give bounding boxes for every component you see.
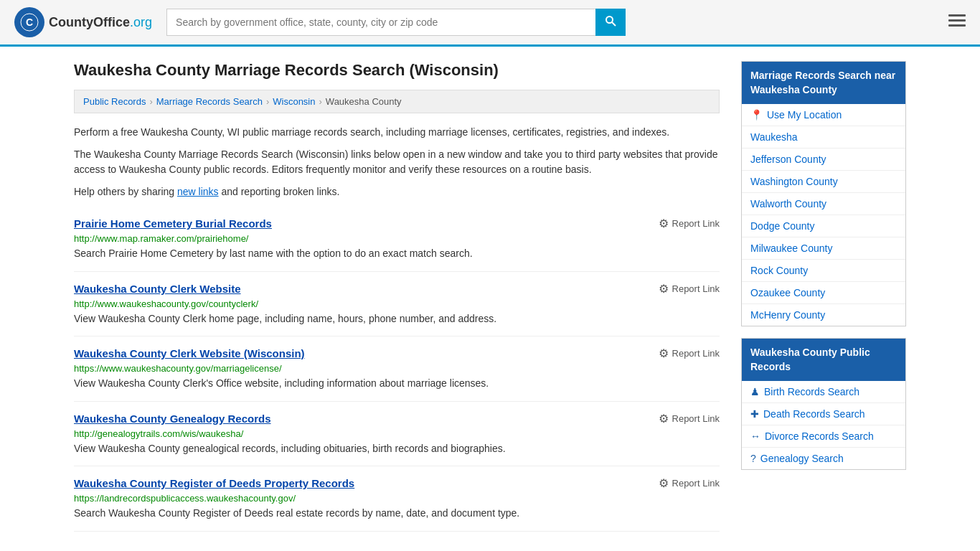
jefferson-county-link[interactable]: Jefferson County [750,154,826,165]
list-item: Rock County [742,260,905,282]
mchenry-county-link[interactable]: McHenry County [750,309,825,321]
report-icon: ⚙ [659,282,669,296]
breadcrumb-marriage-records[interactable]: Marriage Records Search [156,96,263,107]
logo-icon: C [14,7,44,37]
list-item: ♟ Birth Records Search [742,381,905,403]
result-desc: View Waukesha County Clerk's Office webs… [74,377,720,391]
result-title[interactable]: Prairie Home Cemetery Burial Records [74,217,272,230]
result-item: Waukesha County Genealogy Records ⚙ Repo… [74,402,720,467]
result-title[interactable]: Waukesha County Genealogy Records [74,413,271,425]
result-header: Waukesha County Genealogy Records ⚙ Repo… [74,412,720,425]
logo-text: CountyOffice.org [49,15,152,30]
search-bar [166,9,626,36]
breadcrumb-sep-2: › [266,96,269,107]
result-url: https://www.waukeshacounty.gov/marriagel… [74,363,720,374]
main-container: Waukesha County Marriage Records Search … [60,47,920,532]
milwaukee-county-link[interactable]: Milwaukee County [750,242,832,254]
result-title[interactable]: Waukesha County Register of Deeds Proper… [74,477,354,489]
menu-button[interactable] [948,13,966,32]
report-link-button[interactable]: ⚙ Report Link [659,282,720,296]
description-para1: Perform a free Waukesha County, WI publi… [74,125,720,140]
list-item: Jefferson County [742,149,905,171]
list-item: McHenry County [742,304,905,326]
page-title: Waukesha County Marriage Records Search … [74,61,720,80]
genealogy-search-link[interactable]: Genealogy Search [760,453,844,464]
divorce-records-link[interactable]: Divorce Records Search [765,430,874,442]
report-link-button[interactable]: ⚙ Report Link [659,412,720,425]
birth-records-link[interactable]: Birth Records Search [764,386,859,397]
result-url: http://www.map.ramaker.com/prairiehome/ [74,233,720,244]
svg-point-2 [606,17,613,23]
search-button[interactable] [595,9,626,36]
breadcrumb-wisconsin[interactable]: Wisconsin [273,96,315,107]
ozaukee-county-link[interactable]: Ozaukee County [750,287,825,298]
person-icon: ♟ [750,386,760,397]
new-links-link[interactable]: new links [177,186,219,197]
result-header: Waukesha County Clerk Website ⚙ Report L… [74,282,720,296]
svg-text:C: C [26,17,33,28]
breadcrumb-sep-3: › [319,96,322,107]
sidebar-near-list: 📍 Use My Location Waukesha Jefferson Cou… [742,104,905,326]
breadcrumb-waukesha: Waukesha County [326,96,402,107]
results-list: Prairie Home Cemetery Burial Records ⚙ R… [74,207,720,532]
list-item: Ozaukee County [742,282,905,304]
logo[interactable]: C CountyOffice.org [14,7,152,37]
description-para3: Help others by sharing new links and rep… [74,184,720,199]
result-header: Waukesha County Register of Deeds Proper… [74,476,720,490]
breadcrumb-public-records[interactable]: Public Records [83,96,146,107]
result-title[interactable]: Waukesha County Clerk Website [74,283,241,295]
walworth-county-link[interactable]: Walworth County [750,198,826,209]
result-desc: View Waukesha County genealogical record… [74,442,720,456]
result-item: Prairie Home Cemetery Burial Records ⚙ R… [74,207,720,272]
report-link-button[interactable]: ⚙ Report Link [659,217,720,230]
content-area: Waukesha County Marriage Records Search … [74,61,720,532]
result-item: Waukesha County Clerk Website (Wisconsin… [74,336,720,402]
sidebar-near-title: Marriage Records Search near Waukesha Co… [742,62,905,104]
result-desc: Search Waukesha County Register of Deeds… [74,507,720,521]
dodge-county-link[interactable]: Dodge County [750,220,815,232]
sidebar: Marriage Records Search near Waukesha Co… [741,61,906,532]
rock-county-link[interactable]: Rock County [750,265,808,276]
result-title[interactable]: Waukesha County Clerk Website (Wisconsin… [74,347,305,359]
death-records-link[interactable]: Death Records Search [763,408,865,420]
search-input[interactable] [166,9,595,36]
sidebar-public-list: ♟ Birth Records Search ✚ Death Records S… [742,381,905,469]
use-my-location-link[interactable]: Use My Location [767,109,842,121]
breadcrumb: Public Records › Marriage Records Search… [74,90,720,113]
waukesha-link[interactable]: Waukesha [750,131,798,143]
report-icon: ⚙ [659,412,669,425]
result-url: http://genealogytrails.com/wis/waukesha/ [74,428,720,439]
question-icon: ? [750,453,756,464]
list-item: Washington County [742,171,905,193]
sidebar-near-use-location: 📍 Use My Location [742,104,905,126]
list-item: Waukesha [742,126,905,149]
result-header: Prairie Home Cemetery Burial Records ⚙ R… [74,217,720,230]
sidebar-public-title: Waukesha County Public Records [742,339,905,381]
list-item: ↔ Divorce Records Search [742,425,905,448]
sidebar-public-box: Waukesha County Public Records ♟ Birth R… [741,338,906,470]
report-link-button[interactable]: ⚙ Report Link [659,476,720,490]
result-desc: Search Prairie Home Cemetery by last nam… [74,247,720,261]
svg-rect-6 [948,24,966,27]
list-item: ✚ Death Records Search [742,403,905,425]
report-link-button[interactable]: ⚙ Report Link [659,347,720,360]
description-para2: The Waukesha County Marriage Records Sea… [74,147,720,177]
result-url: http://www.waukeshacounty.gov/countycler… [74,298,720,309]
svg-rect-5 [948,19,966,22]
header: C CountyOffice.org [0,0,980,47]
svg-line-3 [612,22,616,26]
result-header: Waukesha County Clerk Website (Wisconsin… [74,347,720,360]
location-pin-icon: 📍 [750,109,763,121]
washington-county-link[interactable]: Washington County [750,176,838,187]
sidebar-near-box: Marriage Records Search near Waukesha Co… [741,61,906,326]
list-item: Milwaukee County [742,237,905,260]
list-item: ? Genealogy Search [742,448,905,469]
result-url: https://landrecordspublicaccess.waukesha… [74,493,720,504]
svg-rect-4 [948,14,966,17]
report-icon: ⚙ [659,476,669,490]
result-item: Waukesha County Clerk Website ⚙ Report L… [74,272,720,337]
report-icon: ⚙ [659,347,669,360]
cross-icon: ✚ [750,408,759,420]
list-item: Walworth County [742,193,905,215]
result-desc: View Waukesha County Clerk home page, in… [74,312,720,326]
